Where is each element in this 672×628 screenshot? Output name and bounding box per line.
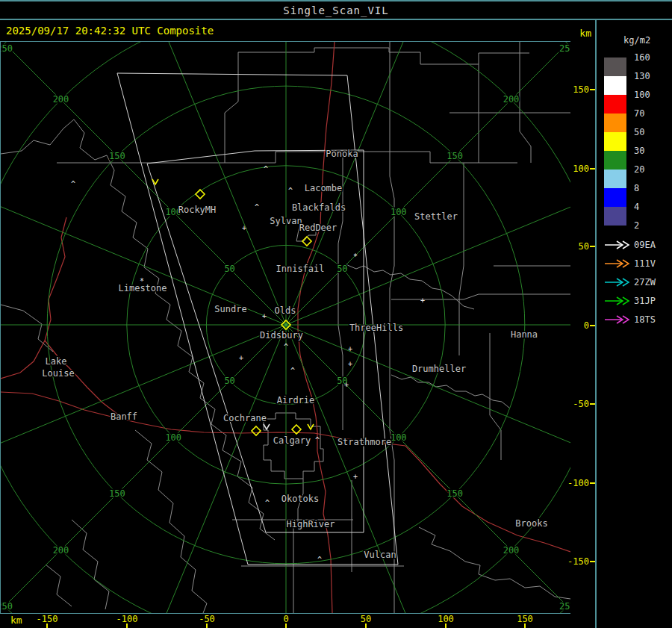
bottom-axis-tick-mark xyxy=(126,624,128,628)
ring-distance-label: 50 xyxy=(337,264,347,274)
city-label: HighRiver xyxy=(286,519,335,529)
town-marker: + xyxy=(239,354,243,362)
town-marker: + xyxy=(242,224,246,232)
vil-scale-swatch xyxy=(604,170,626,188)
ring-distance-label: 50 xyxy=(224,376,234,386)
ring-distance-label: 200 xyxy=(53,545,69,556)
storm-track-id-label: 31JP xyxy=(634,296,656,306)
vil-scale-value-label: 30 xyxy=(634,146,644,156)
vil-scale-value-label: 130 xyxy=(634,71,650,81)
city-label: Louise xyxy=(42,368,74,379)
town-marker: ^ xyxy=(288,187,293,195)
azimuth-spoke xyxy=(1,172,286,325)
ring-distance-label: 250 xyxy=(1,43,13,54)
town-marker: ^ xyxy=(264,165,268,173)
radar-site-core-dot xyxy=(284,323,287,326)
right-axis-tick-label: 50 xyxy=(579,241,589,252)
vil-scale-swatch xyxy=(604,95,626,114)
vil-scale-value-label: 50 xyxy=(634,127,644,137)
ring-distance-label: 100 xyxy=(165,432,181,443)
ring-distance-label: 100 xyxy=(391,432,407,443)
right-axis-tick-label: -100 xyxy=(567,478,589,488)
storm-direction-chevron-icon xyxy=(264,424,270,429)
town-marker: + xyxy=(344,381,349,389)
city-label: RockyMH xyxy=(178,205,217,215)
bottom-axis-tick-label: -150 xyxy=(37,614,58,624)
ring-distance-label: 250 xyxy=(559,601,570,612)
town-marker: + xyxy=(348,360,352,368)
vil-scale-swatch xyxy=(604,207,626,226)
town-marker: + xyxy=(262,312,267,320)
azimuth-spoke xyxy=(4,325,286,606)
bottom-axis-tick-mark xyxy=(445,624,447,628)
radar-map-canvas[interactable]: 5050505010010010010015015015015020020020… xyxy=(0,41,571,614)
right-axis-tick-label: -50 xyxy=(573,399,589,409)
county-boundary xyxy=(264,413,323,479)
right-axis-unit-label: km xyxy=(579,28,591,39)
county-boundary xyxy=(238,48,529,64)
ring-distance-label: 200 xyxy=(503,94,520,105)
county-boundary xyxy=(419,527,570,599)
city-label: Limestone xyxy=(118,283,167,293)
right-axis-tick-label: 100 xyxy=(573,164,589,174)
bottom-axis-tick-label: 0 xyxy=(283,614,288,624)
county-boundary xyxy=(520,42,531,163)
town-marker: ^ xyxy=(317,556,322,564)
right-axis-tick-mark xyxy=(590,325,595,326)
storm-track-arrow-icon xyxy=(604,296,631,306)
ring-distance-label: 200 xyxy=(53,94,69,105)
city-label: Sundre xyxy=(214,304,246,314)
bottom-axis-tick-mark xyxy=(285,624,287,628)
radar-application-window: Single_Scan_VIL 2025/09/17 20:42:32 UTC … xyxy=(0,0,672,628)
storm-track-arrow-icon xyxy=(604,278,631,287)
city-label: Lake xyxy=(46,356,67,367)
city-label: Didsbury xyxy=(260,330,303,341)
storm-track-id-label: 09EA xyxy=(634,240,656,250)
city-label: Sylvan xyxy=(270,216,302,226)
title-bar: Single_Scan_VIL xyxy=(0,0,672,20)
vil-scale-swatch xyxy=(604,188,626,207)
ring-distance-label: 200 xyxy=(503,545,520,556)
county-boundary xyxy=(346,264,474,309)
right-axis-tick-mark xyxy=(590,168,595,170)
city-label: Olds xyxy=(275,305,296,316)
county-boundary xyxy=(391,375,509,408)
ring-distance-label: 100 xyxy=(391,207,407,217)
city-label: Cochrane xyxy=(223,413,267,423)
right-axis-tick-mark xyxy=(590,89,595,90)
scale-unit-label: kg/m2 xyxy=(623,35,650,46)
storm-track-id-label: 18TS xyxy=(634,314,656,325)
vil-scale-swatch xyxy=(604,76,626,95)
city-label: Strathmore xyxy=(337,437,391,447)
city-label: Okotoks xyxy=(281,494,320,504)
vil-scale-value-label: 8 xyxy=(634,183,639,193)
bottom-axis-unit-label: km xyxy=(10,615,22,626)
bottom-axis-tick-label: 150 xyxy=(517,614,533,624)
city-label: ThreeHills xyxy=(349,323,403,333)
town-marker: + xyxy=(420,296,425,305)
city-label: Innisfail xyxy=(276,264,324,274)
right-axis-tick-mark xyxy=(590,561,595,562)
bottom-axis-tick-label: -50 xyxy=(199,614,215,624)
storm-track-id-label: 111V xyxy=(634,258,656,269)
bottom-axis-tick-mark xyxy=(365,624,367,628)
scan-timestamp: 2025/09/17 20:42:32 UTC Composite xyxy=(6,25,214,37)
bottom-axis-tick-label: -100 xyxy=(116,614,138,624)
storm-track-legend-row: 18TS xyxy=(604,314,671,325)
storm-track-arrow-icon xyxy=(604,259,631,269)
county-boundary xyxy=(1,305,53,352)
city-label: Airdrie xyxy=(277,395,315,405)
storm-track-arrow-icon xyxy=(604,315,631,325)
bottom-axis-tick-label: 100 xyxy=(438,614,454,624)
storm-track-id-label: 27ZW xyxy=(634,277,656,287)
right-axis-tick-mark xyxy=(590,246,595,247)
city-label: Lacombe xyxy=(305,183,343,193)
map-graphics: 5050505010010010010015015015015020020020… xyxy=(1,42,570,613)
vil-scale-value-label: 70 xyxy=(634,108,644,119)
legend-panel: kg/m2 16013010070503020842 09EA111V27ZW3… xyxy=(595,20,672,628)
bottom-axis-tick-mark xyxy=(524,624,526,628)
storm-track-legend-row: 09EA xyxy=(604,240,671,250)
azimuth-spoke xyxy=(1,325,286,477)
city-label: Ponoka xyxy=(326,149,358,159)
county-boundary xyxy=(46,565,72,606)
